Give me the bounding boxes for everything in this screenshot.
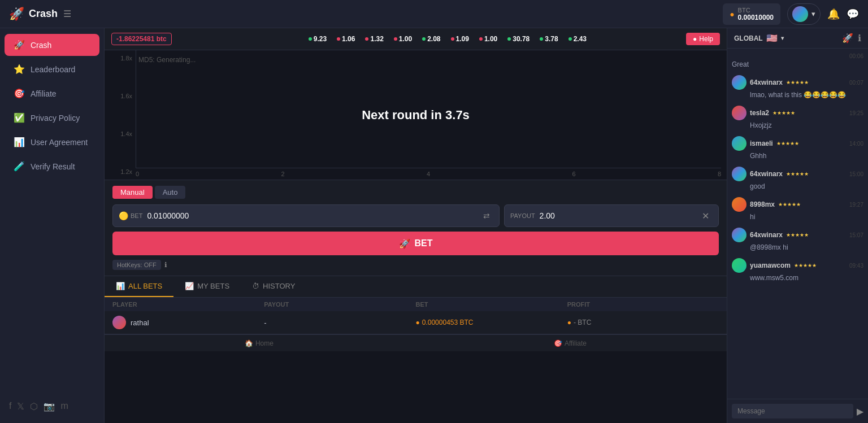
player-name: rathal bbox=[131, 319, 149, 327]
discord-icon[interactable]: ⬡ bbox=[30, 401, 38, 412]
btc-label: BTC bbox=[738, 7, 774, 14]
flag-icon: 🇺🇸 bbox=[766, 33, 778, 43]
payout-clear-button[interactable]: ✕ bbox=[698, 211, 713, 221]
content-area: -1.86225481 btc 9.231.061.321.002.081.09… bbox=[105, 28, 727, 423]
bet-button[interactable]: 🚀 BET bbox=[112, 232, 719, 255]
multiplier-pill: 1.32 bbox=[361, 34, 387, 44]
multiplier-pill: 1.09 bbox=[447, 34, 473, 44]
multiplier-pill: 2.43 bbox=[565, 34, 591, 44]
chat-message: 00:06Great bbox=[732, 53, 863, 68]
sidebar-item-leaderboard[interactable]: ⭐ Leaderboard bbox=[5, 58, 99, 80]
next-round-text: Next round in 3.7s bbox=[362, 108, 470, 123]
bet-field: 🟡 BET ⇄ bbox=[112, 204, 500, 227]
rocket-bet-icon: 🚀 bbox=[399, 238, 410, 249]
home-label: Home bbox=[255, 339, 274, 347]
x-label-8: 8 bbox=[718, 171, 721, 177]
chat-username: tesla2 bbox=[750, 109, 769, 117]
col-profit: PROFIT bbox=[567, 301, 719, 308]
x-label-0: 0 bbox=[136, 171, 139, 177]
affiliate-footer-icon: 🎯 bbox=[554, 339, 562, 347]
tab-all-bets[interactable]: 📊 ALL BETS bbox=[105, 276, 173, 297]
payout-input[interactable] bbox=[540, 211, 698, 220]
chat-messages: 00:06Great64xwinarx★★★★★00:07lmao, what … bbox=[727, 49, 868, 399]
chat-message: yuamawcom★★★★★09:43www.msw5.com bbox=[732, 258, 863, 282]
y-label-4: 1.2x bbox=[108, 168, 132, 175]
chat-stars: ★★★★★ bbox=[776, 141, 799, 146]
chat-avatar bbox=[732, 197, 747, 212]
bet-input[interactable] bbox=[147, 211, 480, 220]
chat-message: 8998mx★★★★★19:27hi bbox=[732, 197, 863, 221]
btc-info: BTC 0.00010000 bbox=[738, 7, 774, 21]
main-layout: 🚀 Crash ⭐ Leaderboard 🎯 Affiliate ✅ Priv… bbox=[0, 28, 868, 423]
bet-value: 0.00000453 BTC bbox=[422, 319, 474, 326]
chat-info-button[interactable]: ℹ bbox=[858, 33, 861, 43]
tab-auto[interactable]: Auto bbox=[155, 186, 186, 199]
tab-manual[interactable]: Manual bbox=[112, 186, 153, 199]
chat-stars: ★★★★★ bbox=[772, 110, 795, 116]
y-axis: 1.8x 1.6x 1.4x 1.2x bbox=[105, 50, 136, 180]
chat-message: 64xwinarx★★★★★15:00good bbox=[732, 167, 863, 190]
verify-icon: 🧪 bbox=[14, 161, 25, 172]
medium-icon[interactable]: m bbox=[60, 401, 68, 412]
chat-message: tesla2★★★★★19:25Hxojzjz bbox=[732, 106, 863, 129]
sidebar-item-verify[interactable]: 🧪 Verify Result bbox=[5, 155, 99, 177]
chat-username: 8998mx bbox=[750, 200, 775, 208]
chat-time: 15:00 bbox=[849, 171, 863, 177]
btc-coin-icon: ● bbox=[416, 319, 420, 326]
user-avatar-button[interactable]: ▾ bbox=[787, 3, 821, 25]
chat-username: 64xwinarx bbox=[750, 231, 783, 239]
profit-coin-icon: ● bbox=[567, 319, 571, 326]
facebook-icon[interactable]: f bbox=[9, 401, 11, 412]
bet-button-label: BET bbox=[415, 238, 433, 248]
help-icon: ● bbox=[693, 35, 697, 43]
multiplier-pill: 30.78 bbox=[504, 34, 533, 44]
topbar: 🚀 Crash ☰ ● BTC 0.00010000 ▾ 🔔 💬 bbox=[0, 0, 868, 28]
chat-text: www.msw5.com bbox=[732, 274, 863, 282]
chat-toggle-button[interactable]: 💬 bbox=[847, 8, 859, 20]
info-icon[interactable]: ℹ bbox=[164, 261, 167, 269]
payout-value: - bbox=[264, 319, 415, 327]
sidebar-item-affiliate[interactable]: 🎯 Affiliate bbox=[5, 82, 99, 104]
tab-history[interactable]: ⏱ HISTORY bbox=[241, 276, 306, 297]
chat-text: Great bbox=[732, 60, 863, 68]
sidebar-item-crash[interactable]: 🚀 Crash bbox=[5, 34, 99, 56]
chat-message: ismaeli★★★★★14:00Ghhh bbox=[732, 136, 863, 160]
help-button[interactable]: ● Help bbox=[686, 33, 720, 45]
player-avatar bbox=[112, 316, 126, 329]
x-axis: 0 2 4 6 8 bbox=[136, 171, 721, 177]
multiplier-pill: 1.00 bbox=[390, 34, 416, 44]
sidebar-label-user-agreement: User Agreement bbox=[31, 138, 88, 147]
chat-rocket-button[interactable]: 🚀 bbox=[842, 33, 853, 43]
chat-stars: ★★★★★ bbox=[778, 202, 801, 207]
affiliate-icon: 🎯 bbox=[14, 88, 25, 99]
sidebar-item-user-agreement[interactable]: 📊 User Agreement bbox=[5, 131, 99, 153]
chat-send-button[interactable]: ▶ bbox=[857, 406, 863, 417]
instagram-icon[interactable]: 📷 bbox=[44, 401, 55, 412]
bar-chart-icon: 📊 bbox=[116, 282, 125, 290]
global-label: GLOBAL bbox=[734, 34, 763, 42]
profit-cell: ● - BTC bbox=[567, 319, 719, 326]
tab-all-bets-label: ALL BETS bbox=[128, 282, 162, 290]
hotkeys-row: HotKeys: OFF ℹ bbox=[112, 260, 719, 270]
tab-my-bets[interactable]: 📈 MY BETS bbox=[173, 276, 241, 297]
menu-button[interactable]: ☰ bbox=[63, 8, 71, 19]
y-label-2: 1.6x bbox=[108, 93, 132, 99]
table-row: rathal - ● 0.00000453 BTC ● - BTC bbox=[105, 311, 727, 334]
convert-button[interactable]: ⇄ bbox=[480, 211, 493, 220]
chat-input-area: ▶ bbox=[727, 399, 868, 423]
multiplier-pill: 1.06 bbox=[333, 34, 359, 44]
chat-input[interactable] bbox=[732, 404, 853, 418]
home-icon: 🏠 bbox=[245, 339, 253, 347]
notifications-button[interactable]: 🔔 bbox=[827, 8, 840, 20]
loss-badge: -1.86225481 btc bbox=[111, 33, 172, 45]
twitter-icon[interactable]: 𝕏 bbox=[17, 401, 24, 412]
footer-affiliate[interactable]: 🎯 Affiliate bbox=[554, 339, 587, 347]
hotkeys-badge: HotKeys: OFF bbox=[112, 260, 161, 270]
footer-home[interactable]: 🏠 Home bbox=[245, 339, 274, 347]
bet-label: BET bbox=[131, 212, 142, 219]
crash-icon: 🚀 bbox=[14, 40, 25, 50]
chat-global: GLOBAL 🇺🇸 ▾ bbox=[734, 33, 784, 43]
x-label-2: 2 bbox=[281, 171, 284, 177]
col-player: PLAYER bbox=[112, 301, 264, 308]
sidebar-item-privacy[interactable]: ✅ Privacy Policy bbox=[5, 107, 99, 129]
